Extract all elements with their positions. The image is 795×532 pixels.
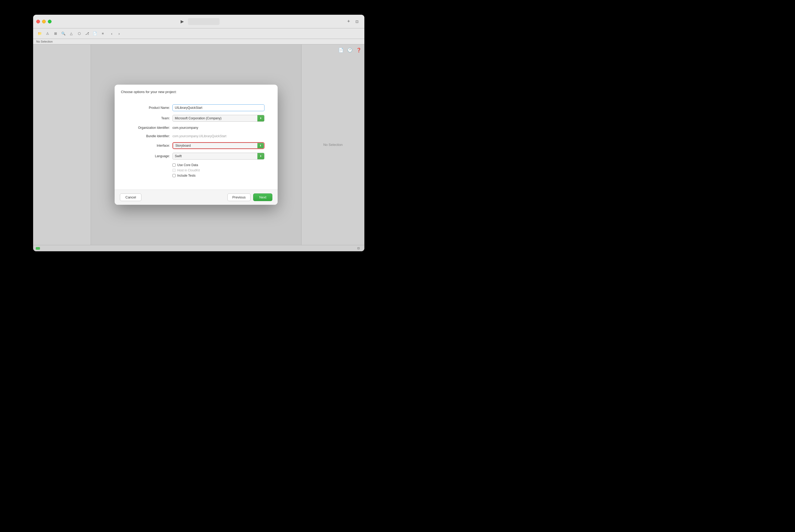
- scheme-selector[interactable]: [188, 18, 220, 25]
- language-select[interactable]: Swift Objective-C: [172, 153, 264, 159]
- team-row: Team: Microsoft Corporation (Company) Pe…: [128, 115, 264, 122]
- interface-select-wrapper: Storyboard SwiftUI ⬍: [172, 142, 264, 149]
- alert-icon-btn[interactable]: △: [68, 30, 75, 37]
- language-select-wrapper: Swift Objective-C ⬍: [172, 153, 264, 159]
- run-button[interactable]: ▶: [178, 18, 186, 25]
- interface-select[interactable]: Storyboard SwiftUI: [173, 143, 264, 149]
- breadcrumb-bar: No Selection: [33, 39, 364, 44]
- footer-right: Previous Next: [227, 193, 272, 201]
- footer-left: Cancel: [120, 193, 227, 201]
- modal-overlay: Choose options for your new project: Pro…: [91, 44, 301, 245]
- center-panel: Choose options for your new project: Pro…: [91, 44, 301, 245]
- cancel-button[interactable]: Cancel: [120, 193, 141, 201]
- team-stepper[interactable]: ⬍: [258, 115, 264, 121]
- dialog-body: Product Name: Team: Microsoft Corporatio…: [115, 96, 278, 190]
- product-name-label: Product Name:: [128, 106, 172, 110]
- right-no-selection: No Selection: [323, 143, 343, 147]
- doc-icon-btn[interactable]: 📄: [92, 30, 98, 37]
- language-stepper-icon: ⬍: [260, 155, 262, 157]
- language-row: Language: Swift Objective-C ⬍: [128, 153, 264, 159]
- core-data-label: Use Core Data: [177, 163, 198, 167]
- language-label: Language:: [128, 154, 172, 158]
- add-button[interactable]: +: [345, 18, 352, 25]
- team-label: Team:: [128, 116, 172, 120]
- previous-button[interactable]: Previous: [227, 193, 251, 201]
- main-content: Choose options for your new project: Pro…: [33, 44, 364, 245]
- org-identifier-row: Organization Identifier: com.yourcompany: [128, 126, 264, 130]
- include-tests-row: Include Tests: [128, 174, 264, 177]
- org-identifier-label: Organization Identifier:: [128, 126, 172, 130]
- xcode-window: ▶ + ⊡ 📁 ⚠ ⊞ 🔍 △ ⬡ ⎇ 📄 ≡ ‹ › No Selection: [33, 15, 364, 251]
- title-bar: ▶ + ⊡: [33, 15, 364, 28]
- cloudkit-checkbox: [172, 169, 176, 172]
- bundle-identifier-row: Bundle Identifier: com.yourcompany.UILib…: [128, 134, 264, 138]
- status-indicator: [36, 247, 40, 250]
- hierarchy-icon-btn[interactable]: ⊞: [52, 30, 59, 37]
- dialog-title: Choose options for your new project:: [121, 90, 177, 94]
- status-bar-expand-btn[interactable]: ⊡: [355, 245, 362, 251]
- product-name-input[interactable]: [172, 104, 264, 111]
- interface-stepper-icon: ⬍: [260, 145, 262, 147]
- left-panel: [33, 44, 91, 245]
- team-select-wrapper: Microsoft Corporation (Company) Personal…: [172, 115, 264, 122]
- new-project-dialog: Choose options for your new project: Pro…: [115, 84, 278, 205]
- close-button[interactable]: [36, 20, 40, 23]
- form-container: Product Name: Team: Microsoft Corporatio…: [115, 99, 278, 184]
- core-data-checkbox-label[interactable]: Use Core Data: [172, 163, 198, 167]
- back-nav-btn[interactable]: ‹: [108, 30, 115, 37]
- warning-icon-btn[interactable]: ⚠: [44, 30, 51, 37]
- include-tests-checkbox[interactable]: [172, 174, 176, 177]
- stop-icon-btn[interactable]: ⬡: [76, 30, 82, 37]
- language-stepper[interactable]: ⬍: [258, 153, 264, 159]
- org-identifier-value: com.yourcompany: [172, 126, 264, 130]
- bundle-identifier-value: com.yourcompany.UILibraryQuickStart: [172, 134, 264, 138]
- dialog-footer: Cancel Previous Next: [115, 190, 278, 205]
- dialog-header: Choose options for your new project:: [115, 84, 278, 96]
- forward-nav-btn[interactable]: ›: [116, 30, 122, 37]
- next-button[interactable]: Next: [253, 193, 272, 201]
- cloudkit-label: Host in CloudKit: [177, 169, 200, 172]
- include-tests-label: Include Tests: [177, 174, 195, 177]
- include-tests-checkbox-label[interactable]: Include Tests: [172, 174, 195, 177]
- right-panel-help-btn[interactable]: ❓: [356, 46, 362, 53]
- status-bar: ⊡: [33, 245, 364, 251]
- cloudkit-row: Host in CloudKit: [128, 169, 264, 172]
- traffic-lights: [36, 20, 52, 23]
- core-data-checkbox[interactable]: [172, 164, 176, 167]
- interface-label: Interface:: [128, 144, 172, 148]
- interface-stepper[interactable]: ⬍: [258, 143, 264, 148]
- cloudkit-checkbox-label: Host in CloudKit: [172, 169, 200, 172]
- bundle-identifier-label: Bundle Identifier:: [128, 134, 172, 138]
- right-panel-clock-btn[interactable]: 🕐: [346, 46, 353, 53]
- no-selection-label: No Selection: [36, 40, 53, 43]
- toolbar-row: 📁 ⚠ ⊞ 🔍 △ ⬡ ⎇ 📄 ≡ ‹ ›: [33, 28, 364, 39]
- branch-icon-btn[interactable]: ⎇: [83, 30, 91, 37]
- layout-toggle[interactable]: ⊡: [353, 18, 361, 25]
- maximize-button[interactable]: [48, 20, 52, 23]
- product-name-row: Product Name:: [128, 104, 264, 111]
- search-icon-btn[interactable]: 🔍: [60, 30, 67, 37]
- stepper-arrows-icon: ⬍: [260, 117, 262, 119]
- core-data-row: Use Core Data: [128, 163, 264, 167]
- right-panel-doc-btn[interactable]: 📄: [338, 46, 344, 53]
- team-select[interactable]: Microsoft Corporation (Company) Personal…: [172, 115, 264, 122]
- right-panel: 📄 🕐 ❓ No Selection: [301, 44, 364, 245]
- more-icon-btn[interactable]: ≡: [99, 30, 106, 37]
- folder-icon-btn[interactable]: 📁: [36, 30, 43, 37]
- minimize-button[interactable]: [42, 20, 46, 23]
- interface-row: Interface: Storyboard SwiftUI ⬍: [128, 142, 264, 149]
